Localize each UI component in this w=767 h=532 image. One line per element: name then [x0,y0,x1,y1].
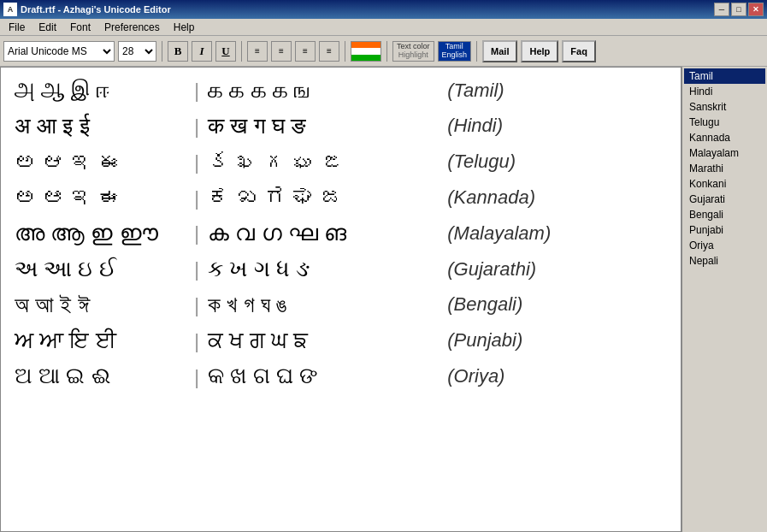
script-name: (Oriya) [447,364,504,389]
menu-edit[interactable]: Edit [33,20,62,35]
close-button[interactable]: ✕ [748,3,764,16]
row-divider: | [194,327,199,356]
minimize-button[interactable]: ─ [714,3,729,16]
toolbar-separator-4 [386,41,387,62]
script-vowels: અ આ ઇ ઈ [15,255,186,284]
align-justify-button[interactable]: ≡ [319,41,339,62]
script-row: ਅ ਆ ਇ ਈ|ਕ ਖ ਗ ਘ ਙ(Punjabi) [15,327,667,356]
italic-button[interactable]: I [192,41,212,62]
sidebar-item[interactable]: Punjabi [684,222,765,238]
script-name: (Malayalam) [447,222,551,246]
script-consonants: க க க க ங [208,76,447,105]
script-vowels: అ ఆ ఇ ఈ [15,148,186,177]
maximize-button[interactable]: □ [731,3,746,16]
align-left-button[interactable]: ≡ [247,41,268,62]
toolbar: Arial Unicode MS 28 B I U ≡ ≡ ≡ ≡ Text c… [0,36,767,67]
sidebar-item[interactable]: Malayalam [684,145,765,161]
english-label: English [442,51,468,60]
sidebar-item[interactable]: Hindi [684,84,765,99]
sidebar-item[interactable]: Telugu [684,115,765,130]
script-consonants: ക വ ഗ ഘ ങ [208,219,447,248]
script-vowels: ଅ ଆ ଇ ଈ [15,362,186,391]
toolbar-separator-2 [241,41,242,62]
row-divider: | [194,291,199,320]
sidebar-item[interactable]: Tamil [684,68,765,84]
menu-preferences[interactable]: Preferences [99,20,165,35]
menu-font[interactable]: Font [65,20,96,35]
script-name: (Tamil) [447,79,504,103]
script-name: (Hindi) [447,114,503,139]
app-icon: A [3,3,17,16]
script-name: (Telugu) [447,150,516,174]
underline-button[interactable]: U [215,41,236,62]
script-vowels: അ ആ ഇ ഈ [15,219,186,248]
window-title: Draft.rtf - Azhagi's Unicode Editor [21,4,171,15]
highlight-label: Highlight [398,51,428,60]
menu-file[interactable]: File [3,20,30,35]
content-area[interactable]: அ ஆ இ ஈ|க க க க ங(Tamil)अ आ इ ई|क ख ग घ … [0,67,681,532]
script-row: अ आ इ ई|क ख ग घ ङ(Hindi) [15,112,667,141]
script-consonants: କ ଖ ଗ ଘ ଙ [208,362,447,391]
row-divider: | [194,362,199,391]
script-name: (Bengali) [447,293,522,317]
faq-button[interactable]: Faq [562,40,596,62]
sidebar-item[interactable]: Kannada [684,130,765,145]
script-row: ಅ ಆ ಇ ಈ|ಕ ಖ ಗ ಘ ಜ(Kannada) [15,183,667,212]
toolbar-separator-1 [162,41,162,62]
mail-button[interactable]: Mail [482,40,517,62]
sidebar-item[interactable]: Bengali [684,207,765,222]
row-divider: | [194,183,199,212]
script-row: ଅ ଆ ଇ ଈ|କ ଖ ଗ ଘ ଙ(Oriya) [15,362,667,391]
script-vowels: अ आ इ ई [15,112,186,141]
row-divider: | [194,219,199,248]
title-bar: A Draft.rtf - Azhagi's Unicode Editor ─ … [0,0,767,19]
script-consonants: ક ખ ગ ધ ઙ [208,255,447,284]
script-consonants: ক খ গ ঘ ঙ [208,291,447,320]
sidebar-item[interactable]: Sanskrit [684,99,765,115]
toolbar-separator-3 [345,41,345,62]
script-consonants: क ख ग घ ङ [208,112,447,141]
text-color-button[interactable]: Text color Highlight [392,41,434,62]
menu-help[interactable]: Help [168,20,200,35]
row-divider: | [194,112,199,141]
title-bar-left: A Draft.rtf - Azhagi's Unicode Editor [3,3,171,16]
tamil-english-toggle[interactable]: Tamil English [438,41,472,62]
menu-bar: File Edit Font Preferences Help [0,19,767,36]
script-consonants: ਕ ਖ ਗ ਘ ਙ [208,327,447,356]
bold-button[interactable]: B [168,41,188,62]
script-row: అ ఆ ఇ ఈ|క ఖ గ ఘ జ(Telugu) [15,148,667,177]
script-row: અ આ ઇ ઈ|ક ખ ગ ધ ઙ(Gujarathi) [15,255,667,284]
help-button[interactable]: Help [521,40,558,62]
sidebar-item[interactable]: Gujarati [684,192,765,207]
sidebar: TamilHindiSanskritTeluguKannadaMalayalam… [681,67,767,532]
row-divider: | [194,76,199,105]
align-right-button[interactable]: ≡ [295,41,316,62]
script-consonants: ಕ ಖ ಗ ಘ ಜ [208,183,447,212]
font-size-selector[interactable]: 28 [118,41,156,62]
row-divider: | [194,255,199,284]
toolbar-separator-5 [476,41,477,62]
sidebar-item[interactable]: Konkani [684,176,765,192]
script-name: (Gujarathi) [447,257,536,282]
row-divider: | [194,148,199,177]
sidebar-item[interactable]: Nepali [684,253,765,269]
script-vowels: অ আ ই ঈ [15,291,186,320]
script-row: অ আ ই ঈ|ক খ গ ঘ ঙ(Bengali) [15,291,667,320]
font-selector[interactable]: Arial Unicode MS [3,41,115,62]
script-vowels: ಅ ಆ ಇ ಈ [15,183,186,212]
script-vowels: ਅ ਆ ਇ ਈ [15,327,186,356]
sidebar-item[interactable]: Marathi [684,161,765,176]
script-name: (Punjabi) [447,328,522,353]
align-center-button[interactable]: ≡ [271,41,292,62]
script-name: (Kannada) [447,186,535,210]
sidebar-item[interactable]: Oriya [684,238,765,253]
script-consonants: క ఖ గ ఘ జ [208,148,447,177]
language-flag[interactable] [351,41,381,62]
script-row: അ ആ ഇ ഈ|ക വ ഗ ഘ ങ(Malayalam) [15,219,667,248]
title-bar-controls: ─ □ ✕ [714,3,764,16]
script-row: அ ஆ இ ஈ|க க க க ங(Tamil) [15,76,667,105]
script-vowels: அ ஆ இ ஈ [15,76,186,105]
main-area: அ ஆ இ ஈ|க க க க ங(Tamil)अ आ इ ई|क ख ग घ … [0,67,767,532]
